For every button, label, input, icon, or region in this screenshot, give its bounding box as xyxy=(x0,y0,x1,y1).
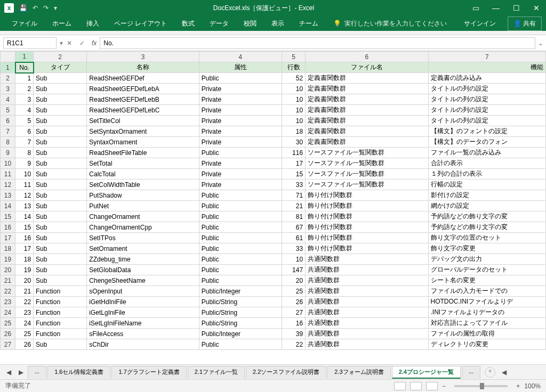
app-icon[interactable]: x xyxy=(4,3,14,13)
cell[interactable]: iGetHdIniFile xyxy=(87,297,199,307)
cell[interactable]: 14 xyxy=(15,211,34,222)
cell[interactable]: 行幅の設定 xyxy=(428,179,545,190)
cell[interactable]: Sub xyxy=(34,126,87,137)
cell[interactable]: 【構文】のフォントの設定 xyxy=(428,126,545,137)
cell[interactable]: 27 xyxy=(282,307,306,318)
undo-icon[interactable]: ↶ xyxy=(33,4,38,12)
ribbon-tab[interactable]: チーム xyxy=(292,17,326,30)
cell[interactable]: 18 xyxy=(282,126,306,137)
cell[interactable]: 定義書関数群 xyxy=(306,73,428,84)
cell[interactable]: Public/String xyxy=(199,318,282,329)
zoom-level[interactable]: 100% xyxy=(524,382,541,390)
cell[interactable]: Function xyxy=(34,329,87,339)
sheet-tab[interactable]: 2.2ソースファイル説明書 xyxy=(246,366,326,379)
header-cell[interactable]: 機能 xyxy=(428,62,545,73)
sheet-nav-next-icon[interactable]: ▶ xyxy=(15,369,27,376)
cell[interactable]: 予約語などの飾り文字の変 xyxy=(428,222,545,233)
cell[interactable]: 5 xyxy=(15,116,34,126)
formula-expand-icon[interactable]: ⌄ xyxy=(535,39,546,47)
cell[interactable]: Function xyxy=(34,307,87,318)
cell[interactable]: 網かけの設定 xyxy=(428,201,545,211)
cell[interactable]: 予約語などの飾り文字の変 xyxy=(428,211,545,222)
row-header[interactable]: 20 xyxy=(1,265,15,275)
cell[interactable]: Private xyxy=(199,105,282,116)
cell[interactable]: CalcTotal xyxy=(87,169,199,179)
cell[interactable]: Sub xyxy=(34,158,87,169)
cell[interactable]: Private xyxy=(199,179,282,190)
cell[interactable]: １列の合計の表示 xyxy=(428,169,545,179)
cell[interactable]: 147 xyxy=(282,265,306,275)
cell[interactable]: 飾り付け関数群 xyxy=(306,243,428,254)
row-header[interactable]: 10 xyxy=(1,158,15,169)
cell[interactable]: Sub xyxy=(34,254,87,265)
tell-me[interactable]: 💡 実行したい作業を入力してください xyxy=(333,19,447,28)
cell[interactable]: 共通関数群 xyxy=(306,254,428,265)
cell[interactable]: Public xyxy=(199,243,282,254)
cell[interactable]: 15 xyxy=(15,222,34,233)
cell[interactable]: 20 xyxy=(282,275,306,286)
header-cell[interactable]: No. xyxy=(15,62,34,73)
fx-icon[interactable]: fx xyxy=(89,39,100,47)
add-sheet-button[interactable]: + xyxy=(485,367,495,378)
cell[interactable]: ReadSheetGEFDefLebA xyxy=(87,84,199,94)
cell[interactable]: 飾り文字の変更 xyxy=(428,243,545,254)
cell[interactable]: Public/Integer xyxy=(199,286,282,297)
cell[interactable]: Public xyxy=(199,190,282,201)
cell[interactable]: 71 xyxy=(282,190,306,201)
row-header[interactable]: 2 xyxy=(1,73,15,84)
cell[interactable]: 13 xyxy=(15,201,34,211)
cell[interactable]: SetTitleCol xyxy=(87,116,199,126)
cell[interactable]: ソースファイル一覧関数群 xyxy=(306,169,428,179)
zoom-slider[interactable] xyxy=(454,385,508,387)
cell[interactable]: HOTDOC.INIファイルよりデ xyxy=(428,297,545,307)
row-header[interactable]: 11 xyxy=(1,169,15,179)
ribbon-tab[interactable]: 数式 xyxy=(174,17,202,30)
ribbon-options-icon[interactable]: ▭ xyxy=(470,4,481,12)
sheet-tab[interactable]: 1.6セル情報定義書 xyxy=(47,366,110,379)
cell[interactable]: タイトルの列の設定 xyxy=(428,116,545,126)
header-cell[interactable]: ファイル名 xyxy=(306,62,428,73)
view-normal-icon[interactable] xyxy=(394,382,406,390)
column-header[interactable]: 7 xyxy=(428,52,545,62)
zoom-out-icon[interactable]: − xyxy=(442,382,446,390)
cell[interactable]: 22 xyxy=(15,297,34,307)
row-header[interactable]: 12 xyxy=(1,179,15,190)
sheet-tab[interactable]: 2.3フォーム説明書 xyxy=(327,366,390,379)
cell[interactable]: Public xyxy=(199,201,282,211)
cell[interactable]: SetSyntaxOrnament xyxy=(87,126,199,137)
cell[interactable]: SetGlobalData xyxy=(87,265,199,275)
cancel-formula-icon[interactable]: ✕ xyxy=(63,39,76,47)
cell[interactable]: .INIファイルよりデータの xyxy=(428,307,545,318)
header-cell[interactable]: タイプ xyxy=(34,62,87,73)
cell[interactable]: Function xyxy=(34,318,87,329)
header-cell[interactable]: 名称 xyxy=(87,62,199,73)
cell[interactable]: 10 xyxy=(282,254,306,265)
row-header[interactable]: 8 xyxy=(1,137,15,148)
cell[interactable]: Public/Integer xyxy=(199,329,282,339)
cell[interactable]: 39 xyxy=(282,329,306,339)
cell[interactable]: 61 xyxy=(282,233,306,243)
cell[interactable]: Sub xyxy=(34,179,87,190)
cell[interactable]: ChangeOrnament xyxy=(87,211,199,222)
sheet-tab[interactable]: ... xyxy=(462,366,480,379)
cell[interactable]: 3 xyxy=(15,94,34,105)
row-header[interactable]: 27 xyxy=(1,339,15,350)
cell[interactable]: 15 xyxy=(282,169,306,179)
cell[interactable]: Public xyxy=(199,254,282,265)
cell[interactable]: Private xyxy=(199,84,282,94)
sheet-tab[interactable]: 2.1ファイル一覧 xyxy=(188,366,245,379)
row-header[interactable]: 9 xyxy=(1,148,15,158)
cell[interactable]: ChengeSheetName xyxy=(87,275,199,286)
column-header[interactable]: 5 xyxy=(282,52,306,62)
cell[interactable]: ZZdebug_time xyxy=(87,254,199,265)
cell[interactable]: SyntaxOrnament xyxy=(87,137,199,148)
cell[interactable]: 対応言語によってファイル xyxy=(428,318,545,329)
cell[interactable]: 21 xyxy=(282,201,306,211)
row-header[interactable]: 5 xyxy=(1,105,15,116)
row-header[interactable]: 17 xyxy=(1,233,15,243)
cell[interactable]: Sub xyxy=(34,339,87,350)
row-header[interactable]: 22 xyxy=(1,286,15,297)
cell[interactable]: Private xyxy=(199,116,282,126)
cell[interactable]: 定義書関数群 xyxy=(306,126,428,137)
cell[interactable]: Sub xyxy=(34,84,87,94)
